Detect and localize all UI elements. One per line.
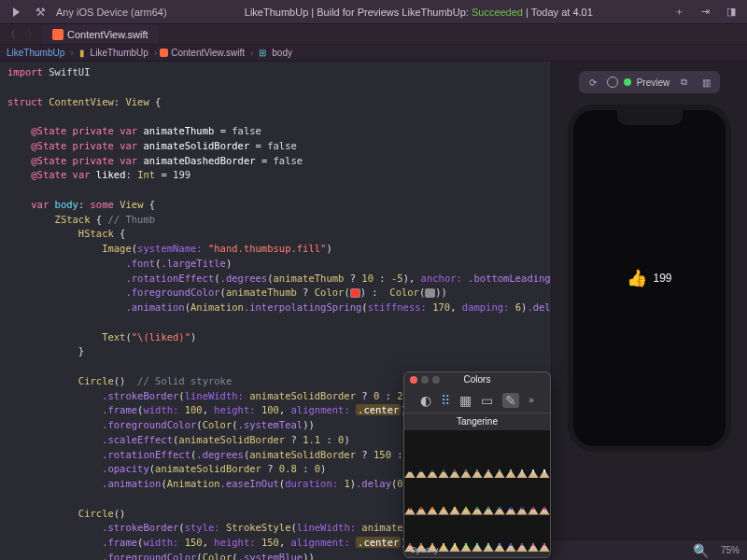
bc-symbol[interactable]: body xyxy=(269,48,295,58)
color-palettes-icon[interactable]: ▦ xyxy=(459,393,472,408)
preview-canvas: ⟳ Preview ⧉ ▥ 👍 199 🔍 75% xyxy=(551,62,747,560)
color-sliders-icon[interactable]: ⠿ xyxy=(441,393,450,408)
color-window-title: Colors xyxy=(404,374,550,385)
inspectors-toggle[interactable]: ◨ xyxy=(723,4,740,21)
more-icon[interactable]: » xyxy=(529,395,534,405)
color-spectrum-icon[interactable]: ▭ xyxy=(481,393,493,408)
add-button[interactable]: ＋ xyxy=(670,4,687,21)
library-button[interactable]: ⇥ xyxy=(697,4,713,21)
color-literal-red[interactable] xyxy=(350,288,360,298)
opacity-label: Opacity xyxy=(410,545,439,554)
swift-file-icon xyxy=(160,49,168,57)
device-notch xyxy=(617,110,683,125)
run-button[interactable] xyxy=(7,4,24,21)
bc-file[interactable]: ContentView.swift xyxy=(168,48,247,58)
preview-statusbar: 🔍 75% xyxy=(552,539,747,560)
preview-device-icon[interactable] xyxy=(607,77,618,88)
bc-project[interactable]: LikeThumbUp xyxy=(4,48,67,58)
folder-icon: ▮ xyxy=(77,48,88,58)
like-view[interactable]: 👍 199 xyxy=(627,268,671,288)
run-destination[interactable]: Any iOS Device (arm64) xyxy=(56,7,167,18)
device-frame[interactable]: 👍 199 xyxy=(568,105,731,452)
tab-filename: ContentView.swift xyxy=(67,29,148,40)
color-literal-gray[interactable] xyxy=(425,288,435,298)
color-picker-window[interactable]: Colors ◐ ⠿ ▦ ▭ ✎ » Tangerine Opacity xyxy=(403,371,551,558)
tab-bar: 〈 〉 ContentView.swift xyxy=(0,24,747,45)
color-mode-tabs[interactable]: ◐ ⠿ ▦ ▭ ✎ » xyxy=(404,387,550,413)
bc-folder[interactable]: LikeThumbUp xyxy=(88,48,151,58)
build-status: LikeThumbUp | Build for Previews LikeThu… xyxy=(167,7,670,18)
nav-back[interactable]: 〈 xyxy=(0,28,21,41)
zoom-level[interactable]: 75% xyxy=(721,545,740,555)
thumb-icon: 👍 xyxy=(627,268,647,288)
preview-refresh-icon[interactable]: ⟳ xyxy=(585,74,601,91)
preview-toolbar: ⟳ Preview ⧉ ▥ xyxy=(579,71,721,93)
like-count: 199 xyxy=(653,272,671,285)
breadcrumb[interactable]: LikeThumbUp › ▮ LikeThumbUp › ContentVie… xyxy=(0,45,747,62)
color-pencils-icon[interactable]: ✎ xyxy=(502,393,519,408)
nav-fwd[interactable]: 〉 xyxy=(21,28,43,41)
preview-label: Preview xyxy=(637,77,670,88)
titlebar: ⚒ Any iOS Device (arm64) LikeThumbUp | B… xyxy=(0,0,747,24)
selected-color-name: Tangerine xyxy=(404,413,550,430)
property-icon: ⊞ xyxy=(256,48,269,58)
preview-settings-icon[interactable]: ▥ xyxy=(698,74,714,91)
color-wheel-icon[interactable]: ◐ xyxy=(420,393,431,408)
editor-tab[interactable]: ContentView.swift xyxy=(43,24,158,44)
build-button[interactable]: ⚒ xyxy=(32,4,49,21)
swift-file-icon xyxy=(52,29,63,40)
live-indicator-icon xyxy=(624,78,631,86)
preview-duplicate-icon[interactable]: ⧉ xyxy=(675,74,692,91)
pencil-palette[interactable] xyxy=(404,430,550,552)
zoom-out-icon[interactable]: 🔍 xyxy=(693,542,710,559)
